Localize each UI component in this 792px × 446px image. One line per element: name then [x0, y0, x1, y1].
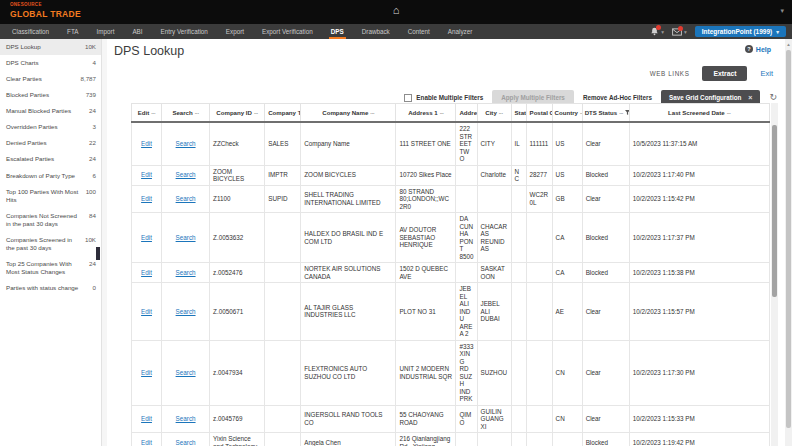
search-link[interactable]: Search: [176, 308, 196, 315]
cell-postal_code: [526, 213, 552, 263]
search-link[interactable]: Search: [176, 140, 196, 147]
search-link[interactable]: Search: [176, 234, 196, 241]
help-link[interactable]: ? Help: [745, 45, 771, 53]
sidebar-item-count: 24: [80, 107, 96, 115]
sidebar-item-manual-blocked-parties[interactable]: Manual Blocked Parties24: [0, 103, 101, 119]
home-icon[interactable]: ⌂: [393, 5, 400, 16]
page-scrollbar[interactable]: ▲: [785, 39, 792, 446]
edit-link[interactable]: Edit: [141, 195, 152, 202]
scroll-up-arrow-icon[interactable]: ▲: [785, 39, 792, 47]
sidebar-item-top-100-parties-with-most-hits[interactable]: Top 100 Parties With Most Hits100: [0, 184, 101, 208]
nav-item-dps[interactable]: DPS: [329, 24, 346, 39]
cell-postal_code: WC2R0L: [526, 185, 552, 213]
nav-item-import[interactable]: Import: [95, 24, 117, 39]
notifications-bell-icon[interactable]: ▾: [650, 27, 664, 36]
web-links[interactable]: WEB LINKS: [650, 70, 690, 77]
nav-item-export[interactable]: Export: [224, 24, 246, 39]
nav-item-abi[interactable]: ABI: [130, 24, 144, 39]
user-account-button[interactable]: IntegrationPoint (1999) ▾: [695, 26, 786, 37]
nav-item-classification[interactable]: Classification: [10, 24, 51, 39]
sidebar-item-blocked-parties[interactable]: Blocked Parties739: [0, 87, 101, 103]
column-header-company_name[interactable]: Company Name···: [301, 104, 396, 123]
filter-funnel-icon[interactable]: [625, 109, 629, 116]
column-header-country[interactable]: Country···: [552, 104, 582, 123]
column-menu-icon[interactable]: ···: [619, 110, 623, 116]
nav-item-fta[interactable]: FTA: [65, 24, 80, 39]
cell-edit: Edit: [132, 340, 162, 405]
column-menu-icon[interactable]: ···: [499, 110, 503, 116]
sidebar-item-dps-lookup[interactable]: DPS Lookup10K: [0, 39, 101, 55]
nav-item-content[interactable]: Content: [406, 24, 432, 39]
column-menu-icon[interactable]: ···: [727, 110, 731, 116]
page-title: DPS Lookup: [114, 44, 184, 58]
nav-item-analyzer[interactable]: Analyzer: [446, 24, 475, 39]
column-menu-icon[interactable]: ···: [440, 110, 444, 116]
edit-link[interactable]: Edit: [141, 171, 152, 178]
cell-search: Search: [162, 213, 210, 263]
edit-link[interactable]: Edit: [141, 369, 152, 376]
sidebar-item-parties-with-status-change[interactable]: Parties with status change0: [0, 280, 101, 296]
column-header-state[interactable]: State···: [511, 104, 526, 123]
exit-link[interactable]: Exit: [760, 69, 773, 78]
remove-adhoc-filters-button[interactable]: Remove Ad-Hoc Filters: [583, 94, 652, 101]
search-link[interactable]: Search: [176, 415, 196, 422]
cell-country: [552, 433, 582, 446]
cell-last_screened_date: 10/2/2023 1:15:38 PM: [629, 263, 769, 283]
page-scrollbar-thumb[interactable]: [786, 50, 791, 428]
cell-search: Search: [162, 165, 210, 185]
sidebar-scrollbar[interactable]: [96, 247, 100, 260]
cell-address1: 216 Qianlangjiang Rd., Xinjiang: [396, 433, 456, 446]
search-link[interactable]: Search: [176, 269, 196, 276]
sidebar-item-count: 10K: [80, 236, 96, 244]
refresh-icon[interactable]: ↻: [769, 93, 777, 102]
search-link[interactable]: Search: [176, 171, 196, 178]
column-menu-icon[interactable]: ···: [151, 110, 155, 116]
column-header-address1[interactable]: Address 1···: [396, 104, 456, 123]
column-header-search[interactable]: Search···: [162, 104, 210, 123]
edit-link[interactable]: Edit: [141, 269, 152, 276]
sidebar-item-overridden-parties[interactable]: Overridden Parties3: [0, 119, 101, 135]
sidebar-item-companies-not-screened-in-the-past-30-days[interactable]: Companies Not Screened in the past 30 da…: [0, 208, 101, 232]
column-menu-icon[interactable]: ···: [370, 110, 374, 116]
search-link[interactable]: Search: [176, 195, 196, 202]
chevron-down-icon[interactable]: ▾: [780, 7, 784, 15]
sidebar-item-label: Companies Screened in the past 30 days: [6, 236, 80, 252]
sidebar-item-dps-charts[interactable]: DPS Charts4: [0, 55, 101, 71]
sidebar-item-breakdown-of-party-type[interactable]: Breakdown of Party Type6: [0, 168, 101, 184]
nav-item-export-verification[interactable]: Export Verification: [260, 24, 315, 39]
column-header-city[interactable]: City···: [477, 104, 511, 123]
search-link[interactable]: Search: [176, 369, 196, 376]
column-header-postal_code[interactable]: Postal Code···: [526, 104, 552, 123]
edit-link[interactable]: Edit: [141, 439, 152, 446]
edit-link[interactable]: Edit: [141, 234, 152, 241]
column-menu-icon[interactable]: ···: [195, 110, 199, 116]
cell-country: US: [552, 122, 582, 165]
extract-button[interactable]: Extract: [702, 66, 747, 81]
edit-link[interactable]: Edit: [141, 140, 152, 147]
nav-item-entry-verification[interactable]: Entry Verification: [159, 24, 210, 39]
cell-company_name: SHELL TRADING INTERNATIONAL LIMITED: [301, 185, 396, 213]
sidebar-item-top-25-companies-with-most-status-changes[interactable]: Top 25 Companies With Most Status Change…: [0, 256, 101, 280]
column-header-company_type[interactable]: Company Type···: [265, 104, 301, 123]
edit-link[interactable]: Edit: [141, 308, 152, 315]
column-header-dts_status[interactable]: DTS Status···: [582, 104, 629, 123]
column-menu-icon[interactable]: ···: [254, 110, 258, 116]
edit-link[interactable]: Edit: [141, 415, 152, 422]
sidebar-item-denied-parties[interactable]: Denied Parties22: [0, 135, 101, 151]
enable-multiple-filters-checkbox[interactable]: [404, 94, 412, 102]
search-link[interactable]: Search: [176, 439, 196, 446]
messages-envelope-icon[interactable]: ▾: [672, 28, 687, 36]
table-scrollbar-thumb[interactable]: [772, 125, 777, 297]
table-scrollbar[interactable]: [771, 103, 778, 446]
nav-item-drawback[interactable]: Drawback: [360, 24, 392, 39]
column-header-address2[interactable]: Address 2···: [456, 104, 477, 123]
cell-city: SUZHOU: [477, 340, 511, 405]
sidebar-item-escalated-parties[interactable]: Escalated Parties24: [0, 151, 101, 167]
column-header-company_id[interactable]: Company ID···: [210, 104, 265, 123]
column-header-last_screened_date[interactable]: Last Screened Date···: [629, 104, 769, 123]
close-icon[interactable]: ×: [748, 94, 752, 101]
column-header-edit[interactable]: Edit···: [132, 104, 162, 123]
sidebar-item-companies-screened-in-the-past-30-days[interactable]: Companies Screened in the past 30 days10…: [0, 232, 101, 256]
sidebar-item-clear-parties[interactable]: Clear Parties8,787: [0, 71, 101, 87]
brand-line2: GLOBAL TRADE: [10, 10, 81, 19]
